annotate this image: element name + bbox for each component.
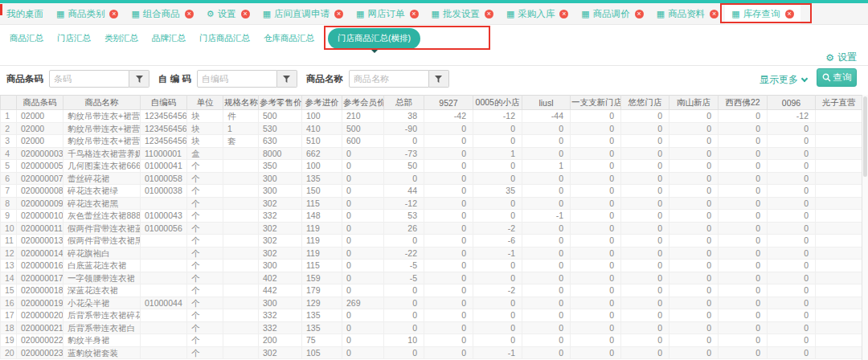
table-row[interactable]: 302000豹纹吊带连衣+裙营养奶%51234564566666块套630510…: [1, 135, 862, 148]
table-row[interactable]: 8020000009碎花连衣裙黑个3021150-1200000000: [1, 197, 862, 210]
top-tab-2[interactable]: ▦商品类别×: [50, 3, 125, 24]
table-cell: 0: [768, 321, 816, 334]
table-row[interactable]: 6020000007蕾丝碎花裙01000058个3001350000000000: [1, 172, 862, 185]
table-row[interactable]: 17020000020后背系带连衣裙碎花个3321350000000000: [1, 309, 862, 322]
table-cell: 0: [342, 222, 384, 235]
top-tab-7[interactable]: ▦批发设置×: [425, 3, 500, 24]
filter-funnel-button[interactable]: [429, 70, 449, 88]
table-cell: 1234564566666: [141, 110, 187, 123]
table-row[interactable]: 102000豹纹吊带连衣+裙营养奶%51234564566666块件500100…: [1, 110, 862, 123]
close-icon[interactable]: ×: [785, 10, 794, 18]
table-row[interactable]: 20020000023蓝豹纹裙套装个302105000-1000000: [1, 346, 862, 359]
column-header-10[interactable]: 9527: [424, 96, 473, 110]
sub-tab-6[interactable]: 仓库商品汇总: [260, 33, 317, 44]
sub-tab-3[interactable]: 类别汇总: [101, 33, 141, 44]
column-header-14[interactable]: 悠悠门店: [621, 96, 669, 110]
table-row[interactable]: 14020000017一字领腰带连衣裙个4021590-500000000: [1, 272, 862, 284]
close-icon[interactable]: ×: [185, 10, 194, 18]
column-header-18[interactable]: 光子直营: [816, 96, 862, 110]
table-row[interactable]: 19020000022豹纹半身裙个2007501000000000: [1, 334, 862, 347]
table-row[interactable]: 202000豹纹吊带连衣+裙营养奶%51234564566666块1530410…: [1, 122, 862, 135]
sub-tab-1[interactable]: 商品汇总: [6, 33, 47, 44]
top-tab-1[interactable]: 我的桌面: [0, 3, 50, 24]
table-cell: 个: [187, 160, 223, 173]
table-row[interactable]: 18020000021后背系带连衣裙白个3321350000000000: [1, 321, 862, 334]
table-cell: -1: [522, 210, 571, 223]
barcode-input[interactable]: [49, 70, 129, 88]
column-header-7[interactable]: 参考进价: [302, 96, 342, 110]
active-sub-tab[interactable]: 门店商品汇总(横排): [328, 28, 420, 49]
close-icon[interactable]: ×: [410, 10, 419, 18]
column-header-1[interactable]: 商品条码: [17, 96, 63, 110]
column-header-6[interactable]: 参考零售价: [259, 96, 302, 110]
column-header-15[interactable]: 南山新店: [669, 96, 719, 110]
table-row[interactable]: 16020000019小花朵半裙01000044个300129269000000…: [1, 297, 862, 309]
table-row[interactable]: 10020000011假两件背带连衣裙蓝01000056个3021190260-…: [1, 222, 862, 235]
filter-funnel-button[interactable]: [129, 70, 149, 88]
table-cell: 0: [669, 309, 719, 322]
top-tab-4[interactable]: ⚙设置×: [200, 3, 256, 24]
column-header-16[interactable]: 西西佛22: [719, 96, 768, 110]
top-tab-10[interactable]: ▦商品资料×: [650, 3, 725, 24]
table-row[interactable]: 11020000013假两件背带连衣裙黑个302119000-6000000: [1, 235, 862, 248]
table-row[interactable]: 15020000018深蓝花连衣裙个442179000-2000000: [1, 284, 862, 297]
table-cell: 01000044: [141, 297, 187, 309]
sub-tab-4[interactable]: 品牌汇总: [149, 33, 189, 44]
top-tab-9[interactable]: ▦商品调价×: [575, 3, 649, 24]
close-icon[interactable]: ×: [485, 10, 493, 18]
column-header-9[interactable]: 总部: [384, 96, 424, 110]
column-header-4[interactable]: 单位: [187, 96, 223, 110]
column-header-5[interactable]: 规格名称: [223, 96, 259, 110]
close-icon[interactable]: ×: [109, 10, 118, 18]
filter-funnel-button[interactable]: [277, 70, 297, 88]
table-cell: [223, 297, 259, 309]
close-icon[interactable]: ×: [241, 10, 250, 18]
settings-button[interactable]: ⚙ 设置: [825, 51, 857, 64]
column-header-13[interactable]: 一支支新门店: [571, 96, 621, 110]
row-index-cell: 8: [1, 197, 17, 210]
sub-tab-5[interactable]: 门店商品汇总: [196, 33, 253, 44]
toolbar-divider: [0, 65, 868, 66]
table-cell: 020000017: [17, 272, 63, 284]
column-header-8[interactable]: 参考会员价: [342, 96, 384, 110]
top-tab-8[interactable]: ▦采购入库×: [500, 3, 575, 24]
table-cell: 0: [342, 210, 384, 223]
table-row[interactable]: 4020000003千鸟格连衣裙营养奶++11000001盒80006620-7…: [1, 147, 862, 160]
column-header-12[interactable]: liusl: [522, 96, 571, 110]
top-tab-11[interactable]: ▦库存查询×: [725, 3, 800, 24]
selfcode-input[interactable]: [197, 70, 277, 88]
close-icon[interactable]: ×: [559, 10, 568, 18]
top-tab-5[interactable]: ▦店间直调申请×: [256, 3, 350, 24]
scrollbar-thumb[interactable]: [863, 96, 867, 177]
column-header-3[interactable]: 自编码: [141, 96, 187, 110]
top-tab-6[interactable]: ▦网店订单×: [350, 3, 424, 24]
column-header-11[interactable]: 0005的小店: [473, 96, 522, 110]
table-cell: 套: [223, 135, 259, 148]
table-cell: 0: [571, 147, 621, 160]
column-header-2[interactable]: 商品名称: [63, 96, 141, 110]
vertical-scrollbar[interactable]: [862, 95, 868, 360]
table-row[interactable]: 12020000014碎花旗袍白个3021190-220-1000000: [1, 247, 862, 260]
table-cell: [141, 309, 187, 322]
table-row[interactable]: 7020000008碎花连衣裙绿01000038个300150044035000…: [1, 185, 862, 198]
table-cell: 0: [621, 197, 669, 210]
table-cell: 0: [719, 235, 768, 248]
column-header-index[interactable]: [1, 96, 17, 110]
name-input[interactable]: [349, 70, 429, 88]
table-cell: 0: [768, 260, 816, 272]
table-cell: 8000: [259, 147, 302, 160]
close-icon[interactable]: ×: [710, 10, 719, 18]
table-cell: 302: [259, 247, 302, 260]
table-row[interactable]: 9020000010灰色蕾丝连衣裙88801000043个33214805300…: [1, 210, 862, 223]
table-row[interactable]: 5020000005几何图案连衣裙66601000041个35010005000…: [1, 160, 862, 173]
table-cell: 0: [669, 260, 719, 272]
show-more-link[interactable]: 显示更多: [760, 73, 807, 87]
sub-tab-2[interactable]: 门店汇总: [54, 33, 94, 44]
close-icon[interactable]: ×: [334, 10, 343, 18]
search-button[interactable]: 查询: [817, 68, 857, 87]
top-tab-3[interactable]: ▦组合商品×: [125, 3, 199, 24]
table-cell: -12: [384, 197, 424, 210]
column-header-17[interactable]: 0096: [768, 96, 816, 110]
close-icon[interactable]: ×: [635, 10, 644, 18]
table-row[interactable]: 13020000016白底蓝花连衣裙个3001150-500000000: [1, 260, 862, 272]
